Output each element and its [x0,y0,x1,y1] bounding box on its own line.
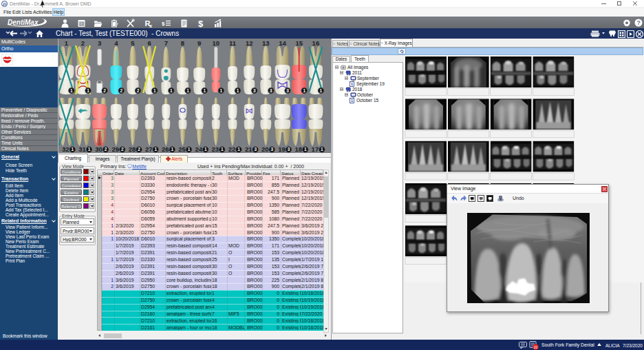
svg-text:1: 1 [320,88,323,93]
svg-text:2: 2 [103,88,106,93]
svg-text:DentiMax: DentiMax [8,19,39,26]
svg-text:1: 1 [188,147,191,152]
svg-text:1: 1 [70,88,73,93]
svg-text:1: 1 [153,88,156,93]
svg-text:2: 2 [121,147,124,152]
svg-text:17: 17 [312,145,319,153]
svg-text:20: 20 [534,345,538,349]
svg-text:22: 22 [228,145,236,153]
svg-text:1: 1 [186,88,189,93]
svg-text:12: 12 [246,39,253,47]
svg-text:1: 1 [203,88,206,93]
svg-text:1: 1 [171,147,173,152]
svg-text:2: 2 [105,147,107,152]
svg-text:30: 30 [95,145,103,153]
svg-text:20: 20 [261,145,269,153]
svg-text:14: 14 [279,39,286,47]
svg-text:24: 24 [195,145,202,153]
svg-text:7: 7 [164,39,168,47]
svg-text:1: 1 [237,147,240,152]
svg-text:2: 2 [81,39,85,47]
svg-text:2: 2 [137,88,140,93]
svg-text:x: x [149,23,153,28]
svg-text:8: 8 [181,39,184,47]
svg-text:5: 5 [131,39,135,47]
svg-text:19: 19 [278,145,286,153]
svg-text:1: 1 [65,39,69,47]
svg-text:32: 32 [62,145,69,153]
svg-text:3: 3 [253,88,256,93]
svg-text:1: 1 [351,82,353,86]
svg-text:1: 1 [87,88,89,93]
svg-text:3: 3 [270,147,273,152]
svg-text:23: 23 [212,145,219,153]
svg-text:1: 1 [237,88,239,93]
svg-text:21: 21 [245,145,253,153]
svg-text:1: 1 [88,147,91,152]
svg-text:6: 6 [148,39,151,47]
svg-text:13: 13 [262,39,270,47]
svg-text:D: D [2,1,6,6]
svg-text:27: 27 [145,145,153,153]
svg-text:10: 10 [213,39,220,47]
svg-text:31: 31 [78,145,86,153]
svg-text:25: 25 [178,145,186,153]
svg-text:1: 1 [221,147,224,152]
svg-text:1: 1 [321,147,323,152]
svg-text:2: 2 [138,147,140,152]
svg-text:28: 28 [129,145,136,153]
svg-text:3: 3 [270,88,272,93]
svg-text:4: 4 [114,39,118,47]
svg-text:?: ? [636,19,640,26]
svg-text:9: 9 [197,39,201,47]
svg-text:2: 2 [120,88,122,93]
svg-text:1: 1 [303,88,305,93]
svg-text:1: 1 [170,88,173,93]
svg-text:29: 29 [112,145,120,153]
svg-text:$: $ [198,19,204,28]
svg-text:3: 3 [288,147,290,152]
svg-text:1: 1 [71,147,74,152]
svg-text:3: 3 [286,88,289,93]
svg-text:1: 1 [219,88,222,93]
svg-text:3: 3 [98,39,101,47]
svg-text:$: $ [162,21,165,27]
svg-text:1: 1 [351,99,353,103]
svg-text:15: 15 [295,39,303,47]
svg-text:1: 1 [304,147,307,152]
svg-text:11: 11 [229,39,237,47]
svg-text:16: 16 [312,39,320,47]
svg-text:18: 18 [294,145,302,153]
svg-text:26: 26 [162,145,169,153]
svg-text:1: 1 [154,147,157,152]
svg-text:3: 3 [254,147,257,152]
svg-text:1: 1 [204,147,207,152]
